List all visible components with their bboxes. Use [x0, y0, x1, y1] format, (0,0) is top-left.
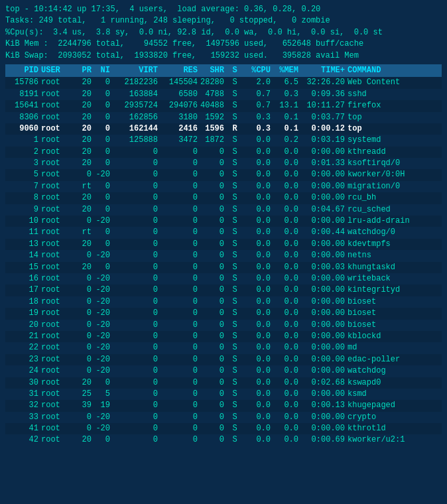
col-shr-cell: 0 — [199, 273, 225, 284]
col-time-cell: 0:09.36 — [300, 89, 346, 100]
col-pid-cell: 7 — [5, 181, 40, 192]
col-shr-cell: 28280 — [199, 77, 225, 88]
col-s-cell: S — [225, 412, 244, 423]
col-mem-cell: 0.0 — [272, 216, 300, 227]
col-virt-cell: 2182236 — [111, 77, 159, 88]
col-mem-cell: 0.0 — [272, 262, 300, 273]
col-ni-cell: 0 — [93, 89, 111, 100]
col-cmd-cell: netns — [346, 250, 442, 261]
col-pr-cell: rt — [74, 181, 93, 192]
col-virt-cell: 0 — [111, 169, 159, 180]
col-virt-cell: 0 — [111, 250, 159, 261]
col-mem-cell: 0.0 — [272, 377, 300, 389]
col-time-cell: 0:00.00 — [300, 354, 346, 365]
col-shr-cell: 0 — [199, 400, 225, 411]
col-user-cell: root — [40, 262, 74, 273]
col-cpu-cell: 0.0 — [244, 284, 272, 296]
col-time-cell: 0:00.00 — [300, 216, 346, 227]
col-pr-cell: 20 — [74, 192, 93, 204]
col-mem-cell: 0.2 — [272, 135, 300, 146]
col-res-cell: 0 — [159, 365, 199, 377]
col-pr-cell: 20 — [74, 204, 93, 216]
col-mem-cell: 0.0 — [272, 169, 300, 180]
col-pid-cell: 18 — [5, 296, 40, 308]
table-row: 18root0-20000S0.00.00:00.00bioset — [5, 296, 442, 308]
col-ni-cell: 0 — [93, 192, 111, 204]
col-res-cell: 2416 — [159, 123, 199, 135]
col-user-cell: root — [40, 239, 74, 250]
col-ni-cell: 0 — [93, 112, 111, 123]
table-body: 15786root200218223614550428280S2.06.532:… — [5, 77, 442, 446]
col-shr-cell: 0 — [199, 181, 225, 192]
col-user-cell: root — [40, 308, 74, 319]
col-shr-cell: 0 — [199, 250, 225, 261]
process-table: PID USER PR NI VIRT RES SHR S %CPU %MEM … — [5, 64, 442, 446]
col-pid-cell: 1 — [5, 135, 40, 146]
col-mem-cell: 0.0 — [272, 400, 300, 411]
col-shr-cell: 0 — [199, 342, 225, 353]
col-time-cell: 32:26.20 — [300, 77, 346, 88]
col-cpu-cell: 0.0 — [244, 147, 272, 158]
col-res-cell: 0 — [159, 423, 199, 434]
col-time-cell: 0:00.00 — [300, 239, 346, 250]
col-shr-cell: 0 — [199, 354, 225, 365]
col-res-cell: 0 — [159, 250, 199, 261]
col-user-cell: root — [40, 342, 74, 353]
col-virt-cell: 0 — [111, 423, 159, 434]
col-mem-cell: 0.0 — [272, 423, 300, 434]
col-ni-cell: -20 — [93, 296, 111, 308]
col-ni-cell: -20 — [93, 308, 111, 319]
col-mem-cell: 0.0 — [272, 227, 300, 238]
col-virt-cell: 0 — [111, 239, 159, 250]
col-user-cell: root — [40, 89, 74, 100]
col-header-ni: NI — [93, 65, 111, 76]
col-pr-cell: 0 — [74, 308, 93, 319]
table-row: 16root0-20000S0.00.00:00.00writeback — [5, 273, 442, 284]
table-row: 30root200000S0.00.00:02.68kswapd0 — [5, 377, 442, 389]
col-s-cell: S — [225, 250, 244, 261]
col-pid-cell: 9 — [5, 204, 40, 216]
col-cmd-cell: top — [346, 123, 442, 135]
col-res-cell: 0 — [159, 377, 199, 389]
col-res-cell: 0 — [159, 308, 199, 319]
col-s-cell: S — [225, 204, 244, 216]
col-virt-cell: 0 — [111, 308, 159, 319]
col-shr-cell: 1596 — [199, 123, 225, 135]
col-shr-cell: 0 — [199, 239, 225, 250]
col-user-cell: root — [40, 192, 74, 204]
col-cpu-cell: 0.3 — [244, 112, 272, 123]
col-s-cell: S — [225, 227, 244, 238]
col-virt-cell: 0 — [111, 331, 159, 342]
table-row: 15786root200218223614550428280S2.06.532:… — [5, 77, 442, 88]
col-res-cell: 0 — [159, 400, 199, 411]
col-cpu-cell: 0.0 — [244, 204, 272, 216]
col-pid-cell: 10 — [5, 216, 40, 227]
col-shr-cell: 0 — [199, 320, 225, 331]
col-shr-cell: 1872 — [199, 135, 225, 146]
col-s-cell: S — [225, 216, 244, 227]
col-res-cell: 0 — [159, 204, 199, 216]
col-ni-cell: -20 — [93, 331, 111, 342]
col-shr-cell: 4788 — [199, 89, 225, 100]
col-pid-cell: 3 — [5, 158, 40, 169]
col-pr-cell: 20 — [74, 123, 93, 135]
col-ni-cell: -20 — [93, 169, 111, 180]
col-header-user: USER — [40, 65, 74, 76]
col-user-cell: root — [40, 320, 74, 331]
col-pr-cell: 20 — [74, 100, 93, 111]
col-res-cell: 0 — [159, 239, 199, 250]
col-user-cell: root — [40, 77, 74, 88]
col-cpu-cell: 0.0 — [244, 169, 272, 180]
col-shr-cell: 40488 — [199, 100, 225, 111]
col-s-cell: S — [225, 284, 244, 296]
col-pid-cell: 30 — [5, 377, 40, 389]
col-pid-cell: 15641 — [5, 100, 40, 111]
col-mem-cell: 0.0 — [272, 239, 300, 250]
table-row: 5root0-20000S0.00.00:00.00kworker/0:0H — [5, 169, 442, 180]
col-res-cell: 0 — [159, 181, 199, 192]
col-cmd-cell: ksoftirqd/0 — [346, 158, 442, 169]
col-time-cell: 0:03.19 — [300, 135, 346, 146]
col-res-cell: 0 — [159, 331, 199, 342]
col-mem-cell: 0.0 — [272, 342, 300, 353]
col-cmd-cell: kthrotld — [346, 423, 442, 434]
